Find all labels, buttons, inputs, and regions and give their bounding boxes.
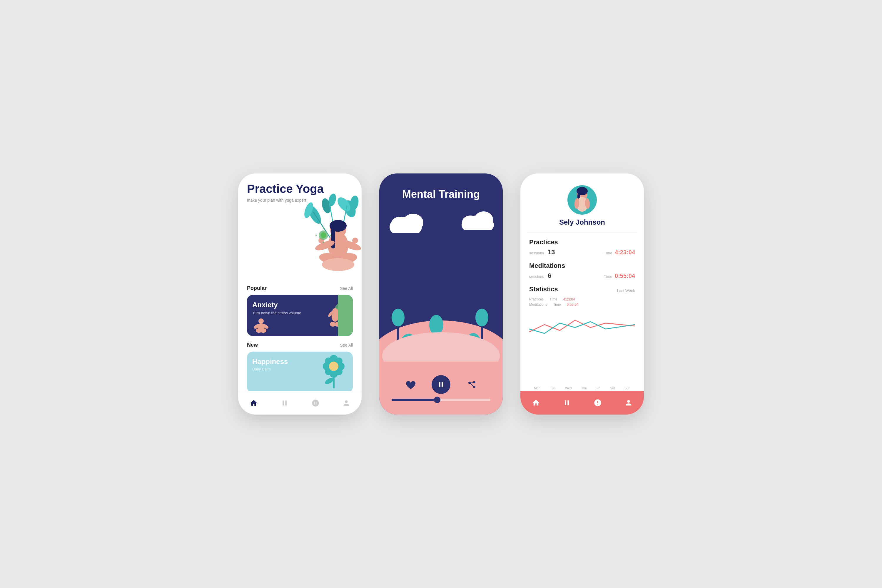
mental-training-title: Mental Training [379,174,503,209]
new-label: New [247,342,258,348]
svg-point-72 [473,381,476,383]
progress-bar[interactable] [392,399,490,401]
statistics-title: Statistics [529,285,558,293]
svg-point-17 [352,237,358,243]
chart-days: Mon Tue Wed Thu Fri Sat Sun [520,386,644,390]
anxiety-title: Anxiety [252,301,312,309]
stat-practices-label: Practices [529,297,544,302]
happiness-card[interactable]: Happiness Daily Calm [247,352,353,393]
meditations-sessions-value: 6 [548,272,551,279]
happiness-desc: Daily Calm [252,367,309,371]
controls-row [379,375,503,394]
practices-row: sessions 13 Time 4:23:04 [529,248,635,256]
new-section-header: New See All [247,342,353,348]
svg-point-20 [322,258,354,271]
person-icon [342,399,351,407]
meditations-time-value: 0:55:04 [615,273,635,279]
svg-point-58 [462,216,478,228]
phone3-nav-home[interactable] [532,399,540,407]
profile-header: Sely Johnson [520,174,644,232]
profile-divider [526,232,638,232]
stat-time-label-1: Time [549,297,557,302]
practices-sessions-value: 13 [548,248,555,256]
playback-controls [379,362,503,414]
practices-time-group: Time 4:23:04 [604,249,635,256]
stats-section: Practices sessions 13 Time 4:23:04 Medit… [520,238,644,386]
landscape-scene [379,209,503,362]
share-icon[interactable] [466,379,477,390]
stat-practices-time: 4:23:04 [563,297,575,302]
phone-1-yoga: Practice Yoga make your plan with yoga e… [238,174,362,414]
nav-home[interactable] [250,399,258,407]
phone2-inner: Mental Training [379,174,503,414]
svg-rect-70 [442,382,443,387]
anxiety-green-bar [338,295,353,336]
meditations-title: Meditations [529,262,635,270]
line-chart [529,311,635,341]
popular-label: Popular [247,285,267,291]
meditations-time-label: Time [604,274,612,279]
day-sat: Sat [610,386,615,390]
phone1-content: Popular See All Anxiety Turn down the st… [238,279,362,399]
hero-subtitle: make your plan with yoga expert [247,198,353,204]
cloud-2 [459,211,497,231]
anxiety-card[interactable]: Anxiety Turn down the stress volume [247,295,353,336]
see-all-popular[interactable]: See All [340,286,353,291]
stat-meditations-label: Meditations [529,303,547,307]
pause-button[interactable] [432,375,450,394]
practices-title: Practices [529,238,635,246]
hero-title: Practice Yoga [247,182,353,195]
svg-point-73 [473,386,476,388]
last-week-label: Last Week [617,288,635,293]
pause-icon-inner [436,380,446,389]
svg-point-65 [476,309,488,326]
phone3-nav-profile[interactable] [624,399,633,407]
phone3-home-icon [532,399,540,407]
svg-rect-69 [439,382,440,387]
phone3-person-icon [624,399,633,407]
nav-explore[interactable] [311,399,320,407]
svg-point-55 [391,217,409,231]
happiness-card-left: Happiness Daily Calm [247,352,315,393]
day-mon: Mon [534,386,540,390]
progress-fill [392,399,436,401]
anxiety-card-left: Anxiety Turn down the stress volume [247,295,318,336]
svg-point-50 [329,362,338,371]
day-thu: Thu [581,386,587,390]
stats-detail-row: Practices Time 4:23:04 [529,297,635,302]
svg-line-75 [470,383,473,387]
happiness-card-illustration [315,352,353,393]
day-fri: Fri [597,386,600,390]
meditations-sessions-label: sessions [529,274,544,279]
stat-time-label-2: Time [553,303,561,307]
day-tue: Tue [550,386,556,390]
nav-pause[interactable] [280,399,289,407]
phone-2-mental: Mental Training [379,174,503,414]
progress-knob[interactable] [434,397,440,403]
svg-point-61 [392,309,405,326]
meditations-time-group: Time 0:55:04 [604,273,635,279]
practices-time-value: 4:23:04 [615,249,635,255]
avatar [567,185,597,214]
stats-chart [529,311,635,341]
cloud-1 [388,212,429,234]
phone3-star-icon [594,399,602,407]
day-wed: Wed [565,386,572,390]
svg-point-27 [258,318,264,324]
popular-section-header: Popular See All [247,285,353,291]
phone3-nav-explore[interactable] [594,399,602,407]
anxiety-desc: Turn down the stress volume [252,311,312,316]
practices-sessions-label: sessions [529,251,544,255]
see-all-new[interactable]: See All [340,343,353,348]
phone3-inner: Sely Johnson Practices sessions 13 Time … [520,174,644,414]
landscape-ground [379,279,503,362]
like-icon[interactable] [405,379,416,390]
nav-profile[interactable] [342,399,351,407]
svg-point-22 [321,232,326,238]
phone-3-profile: Sely Johnson Practices sessions 13 Time … [520,174,644,414]
flower-icon [315,352,353,393]
hero-section: Practice Yoga make your plan with yoga e… [238,174,362,279]
svg-line-74 [470,382,473,383]
practices-sessions-group: sessions 13 [529,248,555,256]
phone3-nav-pause[interactable] [563,399,571,407]
